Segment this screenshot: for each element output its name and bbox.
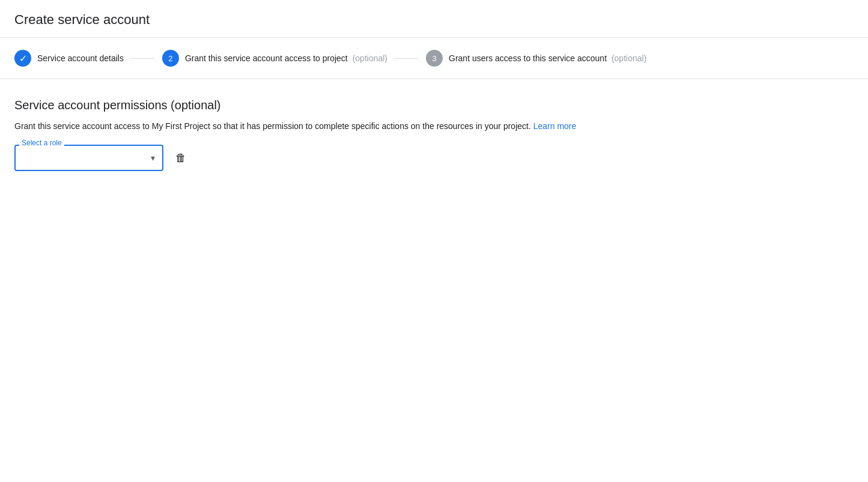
step-2-number: 2 <box>168 54 172 63</box>
description-text: Grant this service account access to My … <box>14 121 531 131</box>
step-3-circle: 3 <box>426 50 443 67</box>
role-select-row: Select a role ▾ 🗑 <box>14 145 854 171</box>
chevron-down-icon: ▾ <box>151 153 155 163</box>
step-3-number: 3 <box>432 54 436 63</box>
stepper: ✓ Service account details 2 Grant this s… <box>0 38 868 79</box>
step-2-optional: (optional) <box>353 53 387 63</box>
step-3-optional: (optional) <box>612 53 646 63</box>
step-1-label: Service account details <box>37 53 124 63</box>
section-description: Grant this service account access to My … <box>14 119 854 133</box>
step-2: 2 Grant this service account access to p… <box>162 50 387 67</box>
step-1: ✓ Service account details <box>14 50 124 67</box>
checkmark-icon: ✓ <box>19 53 27 64</box>
step-1-circle: ✓ <box>14 50 31 67</box>
step-2-circle: 2 <box>162 50 179 67</box>
page-title: Create service account <box>14 12 854 28</box>
step-2-label: Grant this service account access to pro… <box>185 53 387 63</box>
delete-icon[interactable]: 🗑 <box>175 152 186 164</box>
role-select-field[interactable]: ▾ <box>14 145 163 171</box>
step-divider-1 <box>131 58 155 59</box>
role-select-wrapper: Select a role ▾ <box>14 145 163 171</box>
step-3-label: Grant users access to this service accou… <box>449 53 646 63</box>
step-divider-2 <box>395 58 419 59</box>
learn-more-link[interactable]: Learn more <box>533 121 577 131</box>
main-content: Service account permissions (optional) G… <box>0 79 868 195</box>
page-header: Create service account <box>0 0 868 38</box>
step-3: 3 Grant users access to this service acc… <box>426 50 646 67</box>
section-title: Service account permissions (optional) <box>14 98 854 112</box>
role-select-label: Select a role <box>19 139 64 147</box>
